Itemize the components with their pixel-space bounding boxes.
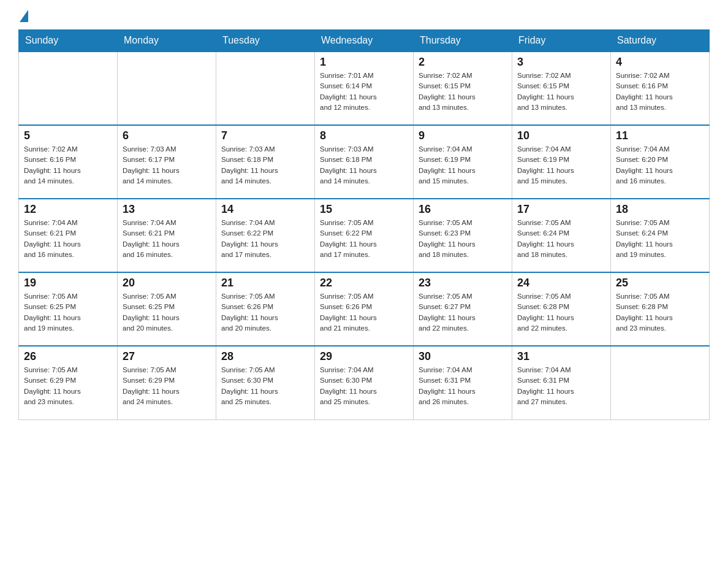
day-info-7: Sunrise: 7:03 AMSunset: 6:18 PMDaylight:… bbox=[221, 144, 309, 186]
day-number-27: 27 bbox=[123, 350, 211, 363]
day-info-24: Sunrise: 7:05 AMSunset: 6:28 PMDaylight:… bbox=[517, 291, 605, 334]
cell-w4-d7: 25Sunrise: 7:05 AMSunset: 6:28 PMDayligh… bbox=[611, 272, 710, 346]
day-info-1: Sunrise: 7:01 AMSunset: 6:14 PMDaylight:… bbox=[320, 71, 408, 113]
cell-w1-d6: 3Sunrise: 7:02 AMSunset: 6:15 PMDaylight… bbox=[512, 52, 611, 125]
day-info-30: Sunrise: 7:04 AMSunset: 6:31 PMDaylight:… bbox=[419, 365, 507, 407]
cell-w4-d1: 19Sunrise: 7:05 AMSunset: 6:25 PMDayligh… bbox=[19, 272, 118, 346]
day-number-26: 26 bbox=[24, 350, 112, 363]
day-info-13: Sunrise: 7:04 AMSunset: 6:21 PMDaylight:… bbox=[123, 218, 211, 260]
cell-w3-d2: 13Sunrise: 7:04 AMSunset: 6:21 PMDayligh… bbox=[118, 199, 216, 272]
cell-w5-d4: 29Sunrise: 7:04 AMSunset: 6:30 PMDayligh… bbox=[315, 346, 414, 419]
day-number-12: 12 bbox=[24, 203, 112, 216]
day-number-24: 24 bbox=[517, 277, 605, 289]
logo-triangle-icon bbox=[20, 10, 28, 22]
day-info-10: Sunrise: 7:04 AMSunset: 6:19 PMDaylight:… bbox=[517, 144, 605, 186]
header-sunday: Sunday bbox=[19, 30, 118, 52]
week-row-3: 12Sunrise: 7:04 AMSunset: 6:21 PMDayligh… bbox=[19, 199, 710, 272]
day-info-14: Sunrise: 7:04 AMSunset: 6:22 PMDaylight:… bbox=[221, 218, 309, 260]
day-number-19: 19 bbox=[24, 277, 112, 289]
cell-w1-d3 bbox=[216, 52, 315, 125]
logo bbox=[18, 12, 28, 20]
day-info-6: Sunrise: 7:03 AMSunset: 6:17 PMDaylight:… bbox=[123, 144, 211, 186]
cell-w2-d4: 8Sunrise: 7:03 AMSunset: 6:18 PMDaylight… bbox=[315, 125, 414, 199]
header-thursday: Thursday bbox=[414, 30, 512, 52]
day-number-13: 13 bbox=[123, 203, 211, 216]
day-number-21: 21 bbox=[221, 277, 309, 289]
day-info-22: Sunrise: 7:05 AMSunset: 6:26 PMDaylight:… bbox=[320, 291, 408, 334]
day-info-3: Sunrise: 7:02 AMSunset: 6:15 PMDaylight:… bbox=[517, 71, 605, 113]
week-row-1: 1Sunrise: 7:01 AMSunset: 6:14 PMDaylight… bbox=[19, 52, 710, 125]
day-number-22: 22 bbox=[320, 277, 408, 289]
day-info-2: Sunrise: 7:02 AMSunset: 6:15 PMDaylight:… bbox=[419, 71, 507, 113]
day-info-17: Sunrise: 7:05 AMSunset: 6:24 PMDaylight:… bbox=[517, 218, 605, 260]
day-info-25: Sunrise: 7:05 AMSunset: 6:28 PMDaylight:… bbox=[616, 291, 704, 334]
cell-w5-d5: 30Sunrise: 7:04 AMSunset: 6:31 PMDayligh… bbox=[414, 346, 512, 419]
day-number-28: 28 bbox=[221, 350, 309, 363]
day-number-14: 14 bbox=[221, 203, 309, 216]
day-number-4: 4 bbox=[616, 56, 704, 69]
day-info-26: Sunrise: 7:05 AMSunset: 6:29 PMDaylight:… bbox=[24, 365, 112, 407]
day-info-29: Sunrise: 7:04 AMSunset: 6:30 PMDaylight:… bbox=[320, 365, 408, 407]
cell-w2-d5: 9Sunrise: 7:04 AMSunset: 6:19 PMDaylight… bbox=[414, 125, 512, 199]
day-number-29: 29 bbox=[320, 350, 408, 363]
page-header bbox=[18, 12, 710, 20]
day-number-6: 6 bbox=[123, 129, 211, 142]
day-number-30: 30 bbox=[419, 350, 507, 363]
day-number-8: 8 bbox=[320, 129, 408, 142]
header-tuesday: Tuesday bbox=[216, 30, 315, 52]
cell-w2-d3: 7Sunrise: 7:03 AMSunset: 6:18 PMDaylight… bbox=[216, 125, 315, 199]
day-number-25: 25 bbox=[616, 277, 704, 289]
cell-w1-d5: 2Sunrise: 7:02 AMSunset: 6:15 PMDaylight… bbox=[414, 52, 512, 125]
cell-w2-d7: 11Sunrise: 7:04 AMSunset: 6:20 PMDayligh… bbox=[611, 125, 710, 199]
week-row-4: 19Sunrise: 7:05 AMSunset: 6:25 PMDayligh… bbox=[19, 272, 710, 346]
day-number-23: 23 bbox=[419, 277, 507, 289]
header-friday: Friday bbox=[512, 30, 611, 52]
cell-w5-d7 bbox=[611, 346, 710, 419]
week-row-5: 26Sunrise: 7:05 AMSunset: 6:29 PMDayligh… bbox=[19, 346, 710, 419]
cell-w5-d6: 31Sunrise: 7:04 AMSunset: 6:31 PMDayligh… bbox=[512, 346, 611, 419]
day-number-15: 15 bbox=[320, 203, 408, 216]
cell-w4-d5: 23Sunrise: 7:05 AMSunset: 6:27 PMDayligh… bbox=[414, 272, 512, 346]
day-info-9: Sunrise: 7:04 AMSunset: 6:19 PMDaylight:… bbox=[419, 144, 507, 186]
day-info-16: Sunrise: 7:05 AMSunset: 6:23 PMDaylight:… bbox=[419, 218, 507, 260]
cell-w3-d1: 12Sunrise: 7:04 AMSunset: 6:21 PMDayligh… bbox=[19, 199, 118, 272]
cell-w4-d2: 20Sunrise: 7:05 AMSunset: 6:25 PMDayligh… bbox=[118, 272, 216, 346]
cell-w2-d2: 6Sunrise: 7:03 AMSunset: 6:17 PMDaylight… bbox=[118, 125, 216, 199]
day-number-31: 31 bbox=[517, 350, 605, 363]
day-number-20: 20 bbox=[123, 277, 211, 289]
cell-w3-d7: 18Sunrise: 7:05 AMSunset: 6:24 PMDayligh… bbox=[611, 199, 710, 272]
cell-w5-d2: 27Sunrise: 7:05 AMSunset: 6:29 PMDayligh… bbox=[118, 346, 216, 419]
day-info-23: Sunrise: 7:05 AMSunset: 6:27 PMDaylight:… bbox=[419, 291, 507, 334]
cell-w1-d1 bbox=[19, 52, 118, 125]
day-number-10: 10 bbox=[517, 129, 605, 142]
cell-w4-d3: 21Sunrise: 7:05 AMSunset: 6:26 PMDayligh… bbox=[216, 272, 315, 346]
cell-w2-d1: 5Sunrise: 7:02 AMSunset: 6:16 PMDaylight… bbox=[19, 125, 118, 199]
cell-w5-d1: 26Sunrise: 7:05 AMSunset: 6:29 PMDayligh… bbox=[19, 346, 118, 419]
day-info-18: Sunrise: 7:05 AMSunset: 6:24 PMDaylight:… bbox=[616, 218, 704, 260]
day-number-18: 18 bbox=[616, 203, 704, 216]
day-info-28: Sunrise: 7:05 AMSunset: 6:30 PMDaylight:… bbox=[221, 365, 309, 407]
day-number-1: 1 bbox=[320, 56, 408, 69]
cell-w3-d4: 15Sunrise: 7:05 AMSunset: 6:22 PMDayligh… bbox=[315, 199, 414, 272]
day-number-16: 16 bbox=[419, 203, 507, 216]
cell-w1-d4: 1Sunrise: 7:01 AMSunset: 6:14 PMDaylight… bbox=[315, 52, 414, 125]
day-info-11: Sunrise: 7:04 AMSunset: 6:20 PMDaylight:… bbox=[616, 144, 704, 186]
week-row-2: 5Sunrise: 7:02 AMSunset: 6:16 PMDaylight… bbox=[19, 125, 710, 199]
day-info-8: Sunrise: 7:03 AMSunset: 6:18 PMDaylight:… bbox=[320, 144, 408, 186]
cell-w5-d3: 28Sunrise: 7:05 AMSunset: 6:30 PMDayligh… bbox=[216, 346, 315, 419]
header-wednesday: Wednesday bbox=[315, 30, 414, 52]
day-info-20: Sunrise: 7:05 AMSunset: 6:25 PMDaylight:… bbox=[123, 291, 211, 334]
day-number-17: 17 bbox=[517, 203, 605, 216]
cell-w3-d6: 17Sunrise: 7:05 AMSunset: 6:24 PMDayligh… bbox=[512, 199, 611, 272]
day-info-19: Sunrise: 7:05 AMSunset: 6:25 PMDaylight:… bbox=[24, 291, 112, 334]
day-number-5: 5 bbox=[24, 129, 112, 142]
cell-w1-d7: 4Sunrise: 7:02 AMSunset: 6:16 PMDaylight… bbox=[611, 52, 710, 125]
day-number-7: 7 bbox=[221, 129, 309, 142]
calendar-table: Sunday Monday Tuesday Wednesday Thursday… bbox=[18, 29, 710, 420]
cell-w3-d3: 14Sunrise: 7:04 AMSunset: 6:22 PMDayligh… bbox=[216, 199, 315, 272]
day-info-5: Sunrise: 7:02 AMSunset: 6:16 PMDaylight:… bbox=[24, 144, 112, 186]
cell-w3-d5: 16Sunrise: 7:05 AMSunset: 6:23 PMDayligh… bbox=[414, 199, 512, 272]
day-info-15: Sunrise: 7:05 AMSunset: 6:22 PMDaylight:… bbox=[320, 218, 408, 260]
day-number-9: 9 bbox=[419, 129, 507, 142]
cell-w4-d4: 22Sunrise: 7:05 AMSunset: 6:26 PMDayligh… bbox=[315, 272, 414, 346]
